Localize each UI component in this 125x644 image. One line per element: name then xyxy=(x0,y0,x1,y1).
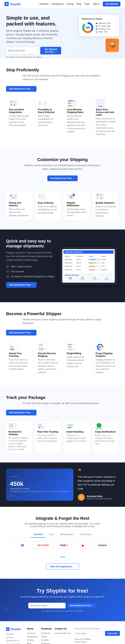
notifications-title: Enjoy Notifications xyxy=(95,430,117,433)
ship-cta-button[interactable]: Get Started for Free → xyxy=(6,86,36,92)
table-row-1: #87421015 Sara M. Delivered DHL xyxy=(63,261,114,265)
feature-reverse: Order #8742 ↩ Reverse 1 Click Smooth Rev… xyxy=(35,341,61,377)
footer-link-pricing[interactable]: Pricing xyxy=(27,639,38,641)
svg-point-7 xyxy=(108,583,110,584)
tracking-desc: Keep Your orders in order and customize … xyxy=(9,358,29,371)
try-free-section: Try Shyplite for free! Increase shipping… xyxy=(0,579,125,621)
newsletter-email-input[interactable] xyxy=(74,631,104,636)
footer-link-instagram[interactable]: Instagram xyxy=(41,642,52,644)
quality-desc: Network of carriers all in one place to … xyxy=(96,205,116,218)
try-free-desc: Increase shipping efficiency and automat… xyxy=(6,596,119,598)
quote-avatar: A xyxy=(78,494,85,501)
nav-integrations[interactable]: Integrations xyxy=(52,3,64,5)
tab-carriers[interactable]: Carriers xyxy=(31,532,46,538)
footer-col-home-title: Home xyxy=(27,628,38,630)
footer-link-features[interactable]: Features xyxy=(27,632,38,634)
realtime-icon: Order #8742 xyxy=(37,423,45,429)
manage-desc: Engage customers, reduce queries and bui… xyxy=(6,251,55,262)
manage-laptop: Shipment Dashboard Order ID Customer Sta… xyxy=(60,247,119,285)
bullet-text-2: No need for individual integrations & bi… xyxy=(11,275,54,278)
donut-center-value: 34% xyxy=(86,26,90,29)
manage-cta-button[interactable]: Get Started for Free → xyxy=(6,282,36,288)
footer-top: ⊞ Shyplite Shyplite enables businesses t… xyxy=(6,628,119,644)
quote-content: ❝ The best part of carrier selection is … xyxy=(78,468,119,501)
col-status: Status xyxy=(89,256,100,257)
view-more-button[interactable]: View all Integrations → xyxy=(46,564,79,570)
ordering-icon-wrap xyxy=(38,193,47,200)
hero-email-input[interactable] xyxy=(6,47,39,54)
hero-cta-button[interactable]: Get Started for Free → xyxy=(40,47,61,54)
bullet-icon-1: ✓ xyxy=(6,270,9,273)
brand-logo[interactable]: ⊞ Shyplite xyxy=(4,2,21,6)
hero-chart-card: Shipments by Status 34% Delivered xyxy=(79,15,119,36)
try-free-cta-button[interactable]: Get Started for Free → xyxy=(67,603,97,608)
donut-legend: Delivered 34% In Transit 28% Pending 22% xyxy=(96,22,111,33)
footer-link-integrations[interactable]: Integrations xyxy=(27,636,38,638)
nav-cta-button[interactable]: Get Started xyxy=(103,2,121,6)
footer-link-blog[interactable]: Blog xyxy=(27,642,38,644)
feature-billing: Invoice Total: ₹2,400 Paid ✓ Single Bill… xyxy=(64,341,90,377)
footer-brand: ⊞ Shyplite Shyplite enables businesses t… xyxy=(6,628,21,644)
pickup-icon-wrap: 📦 🚚 Pickup xyxy=(9,193,18,200)
track-features-grid: Order #8742 Track → No Need for Software… xyxy=(6,421,119,453)
powerful-cta-button[interactable]: Get Started for Free → xyxy=(6,330,36,336)
logos-row: ⊞ DELHIVERY FedEx ▶ amazon xero xyxy=(6,542,119,560)
tab-processing[interactable]: Processing xyxy=(77,532,94,538)
track-cta-button[interactable]: Get Started for Free → xyxy=(6,410,36,416)
quote-strip: ● ● ● ● ● 450k shipments per month are h… xyxy=(0,462,125,507)
legend-delivered-value: 34% xyxy=(107,22,111,24)
fedex-logo-text: FedEx xyxy=(60,544,68,547)
tab-carts[interactable]: Carts xyxy=(46,532,57,538)
tab-marketplaces[interactable]: Marketplaces xyxy=(57,532,77,538)
col-customer: Customer xyxy=(77,256,88,257)
reverse-desc: Reverse deliveries with a single click a… xyxy=(38,358,58,374)
footer-link-linkedin[interactable]: LinkedIn xyxy=(41,639,52,641)
software-title: No Need for Software xyxy=(8,430,30,436)
quote-number-sub: are handled through the Shyplite platfor… xyxy=(10,490,70,492)
hero-title: Simple to use, and packed with features. xyxy=(6,15,61,27)
ordering-desc: Orders from different marketplaces can b… xyxy=(38,205,58,214)
hero-content: Simple to use, and packed with features.… xyxy=(6,15,61,58)
hero-form: Get Started for Free → xyxy=(6,47,61,54)
try-dots-right xyxy=(108,582,119,594)
footer-link-twitter[interactable]: Twitter xyxy=(41,636,52,638)
table-header-row: Order ID Customer Status Carrier xyxy=(63,255,114,258)
laptop-screen: Shipment Dashboard Order ID Customer Sta… xyxy=(62,249,115,282)
try-dots-left xyxy=(4,607,13,617)
nav-track[interactable]: Track xyxy=(84,3,90,5)
integrate-desc: Our tracking page live in your own websi… xyxy=(24,522,101,528)
notifications-icon: ✓ Delivered! xyxy=(95,423,103,429)
logo-fedex: FedEx xyxy=(57,542,72,549)
try-free-email-input[interactable] xyxy=(28,603,66,608)
footer-logo-icon: ⊞ xyxy=(6,628,9,631)
customize-cta-button[interactable]: Get Started for Free → xyxy=(47,176,78,181)
batch-title: Batch Print Access and Auto Label xyxy=(96,108,116,116)
nav-signin[interactable]: Sign in xyxy=(93,3,100,5)
footer-link-facebook[interactable]: Facebook xyxy=(41,632,52,634)
footer-link-website[interactable]: www.shyplite.com xyxy=(55,632,71,634)
bullet-text-1: One account xyxy=(11,270,24,273)
nav-pricing[interactable]: Pricing xyxy=(66,3,74,5)
nav-features[interactable]: Features xyxy=(39,3,48,5)
feature-ordering: Easy Ordering Orders from different mark… xyxy=(35,190,61,220)
powerful-features-grid: ● Order #8742 Hassle Free Tracking Keep … xyxy=(6,341,119,377)
footer-link-privacy[interactable]: Privacy Policy xyxy=(74,641,120,643)
svg-point-17 xyxy=(7,608,8,609)
feature-batch: 📄 📄 FedEx Batch Print Access and Auto La… xyxy=(93,97,119,139)
bullet-icon-0: ✓ xyxy=(6,265,9,268)
manage-bullets: ✓ 500+ courier carriers ✓ One account ✓ … xyxy=(6,265,55,278)
nav-blog[interactable]: Blog xyxy=(77,3,81,5)
possibility-title: Possibility in Every Direction xyxy=(38,108,58,114)
try-free-note: No credit card required. No email fees. … xyxy=(6,610,119,612)
batch-desc: Batch print orders for identification of… xyxy=(96,117,116,136)
newsletter-form: Subscribe xyxy=(74,631,120,636)
possibility-desc: Add multiple marketplaces for optimizing… xyxy=(38,114,58,127)
newsletter-submit-button[interactable]: Subscribe xyxy=(105,631,120,636)
track-branding: Tracking ID: 8742 Smart Branding Customi… xyxy=(64,421,90,453)
ship-section-title: Ship Proficiently xyxy=(6,68,119,72)
realtime-desc: You can live track the status of the shi… xyxy=(37,434,59,442)
ship-section-desc: Get 30% of your hassle from the front Sh… xyxy=(23,74,102,81)
integrate-section: Integrate & Forget the Rest Our tracking… xyxy=(0,507,125,579)
footer-link-terms[interactable]: Terms & Conditions xyxy=(74,638,120,640)
ship-proficiently-section: Ship Proficiently Get 30% of your hassle… xyxy=(0,58,125,148)
